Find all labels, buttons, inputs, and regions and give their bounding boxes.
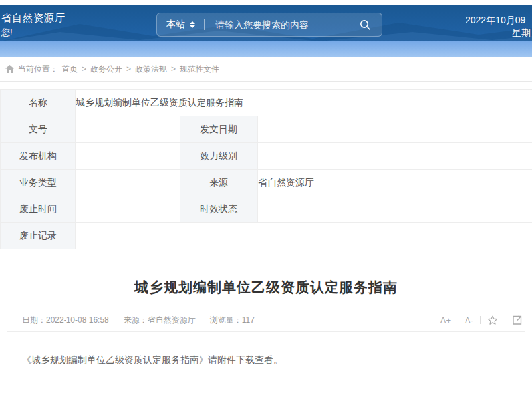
table-row: 文号 发文日期 [1, 116, 532, 143]
article-body: 《城乡规划编制单位乙级资质认定服务指南》请附件下载查看。 [22, 352, 512, 367]
font-increase-button[interactable]: A+ [440, 315, 451, 325]
field-value-effect-level [258, 143, 532, 170]
field-label-business-type: 业务类型 [1, 170, 76, 196]
nav-bar [0, 41, 532, 57]
site-welcome-text: 您! [1, 26, 65, 39]
current-date: 2022年10月09 [466, 14, 531, 27]
search-scope-label: 本站 [166, 19, 185, 31]
field-value-source: 省自然资源厅 [258, 170, 532, 196]
field-label-abolish-time: 废止时间 [1, 196, 76, 223]
breadcrumb-label: 当前位置： [18, 64, 58, 75]
search-icon[interactable] [360, 19, 371, 31]
meta-date-label: 日期： [22, 315, 46, 325]
field-label-name: 名称 [1, 90, 76, 116]
field-value-abolish-record [76, 223, 532, 249]
search-scope-select[interactable]: 本站 [166, 19, 195, 31]
site-name-block: 省自然资源厅 您! [1, 11, 65, 39]
article-title: 城乡规划编制单位乙级资质认定服务指南 [0, 278, 532, 297]
meta-views-label: 浏览量： [210, 315, 242, 325]
breadcrumb-separator: > [82, 65, 86, 74]
breadcrumb-item-current: 规范性文件 [180, 64, 219, 75]
table-row: 业务类型 来源 省自然资源厅 [1, 170, 532, 196]
breadcrumb-item-government-affairs[interactable]: 政务公开 [90, 64, 122, 75]
table-row: 名称 城乡规划编制单位乙级资质认定服务指南 [1, 90, 532, 116]
search-bar-divider [204, 19, 205, 30]
breadcrumb: 当前位置： 首页 > 政务公开 > 政策法规 > 规范性文件 [5, 61, 219, 77]
breadcrumb-separator: > [171, 65, 176, 74]
page: 省自然资源厅 您! 本站 2022年10月09 星期 当前位置： 首页 [0, 0, 532, 399]
article-tools: A+ A- [440, 315, 522, 325]
meta-source: 来源：省自然资源厅 [124, 315, 196, 326]
tools-divider [505, 316, 505, 324]
meta-date-value: 2022-10-08 16:58 [46, 315, 109, 325]
article-divider [7, 331, 525, 332]
field-label-doc-number: 文号 [1, 116, 76, 143]
datetime-block: 2022年10月09 星期 [466, 14, 531, 39]
up-down-arrows-icon [190, 21, 195, 28]
field-value-business-type [76, 170, 180, 196]
field-label-abolish-record: 废止记录 [1, 223, 76, 249]
field-label-issue-date: 发文日期 [180, 116, 258, 143]
meta-date: 日期：2022-10-08 16:58 [22, 315, 109, 326]
home-icon [5, 65, 14, 73]
breadcrumb-divider [0, 81, 532, 82]
field-value-doc-number [76, 116, 180, 143]
search-input[interactable] [214, 19, 354, 31]
current-weekday: 星期 [512, 27, 531, 39]
field-value-abolish-time [76, 196, 180, 223]
meta-views: 浏览量：117 [210, 315, 255, 326]
meta-source-value: 省自然资源厅 [148, 315, 196, 325]
field-label-validity-status: 时效状态 [180, 196, 258, 223]
meta-source-label: 来源： [124, 315, 148, 325]
article-meta-bar: 日期：2022-10-08 16:58 来源：省自然资源厅 浏览量：117 A+… [22, 313, 522, 327]
field-value-validity-status [258, 196, 532, 223]
document-info-table: 名称 城乡规划编制单位乙级资质认定服务指南 文号 发文日期 发布机构 效力级别 … [0, 89, 532, 249]
breadcrumb-item-home[interactable]: 首页 [62, 64, 78, 75]
site-name: 省自然资源厅 [1, 11, 65, 25]
field-label-issuing-agency: 发布机构 [1, 143, 76, 170]
field-value-issuing-agency [76, 143, 180, 170]
share-icon[interactable] [512, 315, 522, 325]
search-bar: 本站 [156, 13, 382, 37]
field-label-effect-level: 效力级别 [180, 143, 258, 170]
site-banner: 省自然资源厅 您! 本站 2022年10月09 星期 [0, 5, 532, 41]
meta-views-value: 117 [242, 315, 255, 325]
breadcrumb-separator: > [126, 65, 131, 74]
breadcrumb-item-policies[interactable]: 政策法规 [135, 64, 167, 75]
font-decrease-button[interactable]: A- [465, 315, 473, 325]
table-row: 废止时间 时效状态 [1, 196, 532, 223]
field-label-source: 来源 [180, 170, 258, 196]
tools-divider [480, 316, 481, 324]
favorite-star-icon[interactable] [487, 315, 498, 325]
field-value-name: 城乡规划编制单位乙级资质认定服务指南 [76, 90, 532, 116]
table-row: 废止记录 [1, 223, 532, 249]
table-row: 发布机构 效力级别 [1, 143, 532, 170]
field-value-issue-date [258, 116, 532, 143]
tools-divider [458, 316, 458, 324]
